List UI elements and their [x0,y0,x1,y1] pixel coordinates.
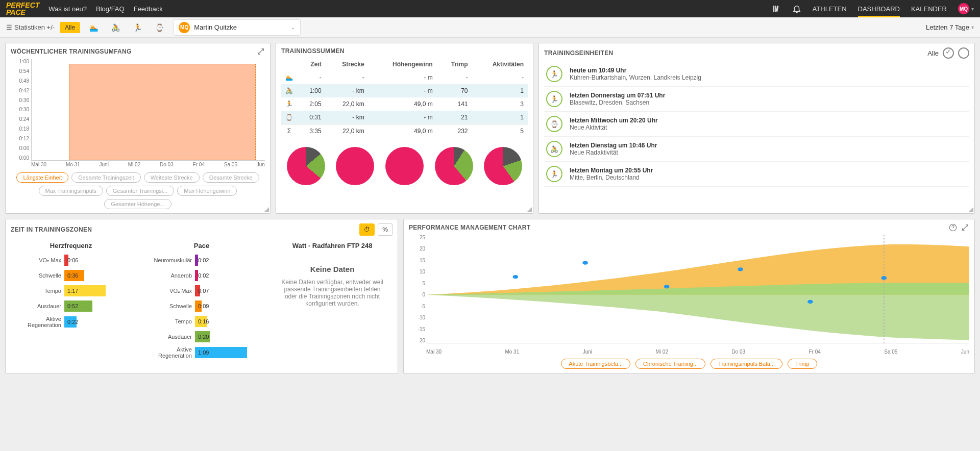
nav-athletes[interactable]: ATHLETEN [813,5,847,13]
stats-toggle[interactable]: ☰ Statistiken +/- [6,23,55,31]
bell-icon[interactable] [792,4,801,13]
weekly-chart-area[interactable] [31,59,265,161]
cell: - [472,71,528,84]
logo-bottom: PACE [6,9,39,16]
cell: 70 [437,84,472,97]
units-filter-open[interactable] [958,47,969,59]
zones-btn-time[interactable]: ⏱ [359,223,375,236]
table-row[interactable]: Σ3:3522,0 km49,0 m2325 [281,124,528,138]
zones-card: ZEIT IN TRAININGSZONEN ⏱ % Herzfrequenz … [5,219,398,373]
resize-handle[interactable] [527,207,532,212]
metric-pill[interactable]: Gesamte Strecke [203,172,259,183]
zone-bar: 0:07 [195,285,200,296]
unit-title: letzten Donnerstag um 07:51 Uhr [570,92,665,99]
ytick: 0:24 [11,116,29,122]
unit-sub: Mitte, Berlin, Deutschland [570,174,653,181]
bike-icon[interactable]: 🚴 [107,21,124,34]
ytick: 0:48 [11,78,29,84]
other-icon[interactable]: ⌚ [151,21,168,34]
cell: 0:31 [297,111,326,124]
unit-title: letzten Dienstag um 10:46 Uhr [570,142,657,149]
training-sums-card: TRAININGSSUMMEN ZeitStreckeHöhengewinnTr… [276,43,533,214]
trimp-point [807,300,813,304]
zones-watt-nodata: Keine Daten Keine Daten verfügbar, entwe… [272,255,393,317]
sums-title: TRAININGSSUMMEN [281,47,528,55]
chevron-down-icon: ⌄ [291,24,295,30]
resize-handle[interactable] [264,207,269,212]
zone-bar: 1:17 [64,285,106,296]
run-icon[interactable]: 🏃 [129,21,146,34]
unit-item[interactable]: 🏃heute um 10:49 UhrKühren-Burkartshain, … [544,62,969,87]
filter-all[interactable]: Alle [60,22,80,33]
row-icon: 🏃 [281,97,297,111]
metric-pill[interactable]: Max Höhengewinn [177,186,237,196]
row-icon: 🚴 [281,84,297,97]
sums-table: ZeitStreckeHöhengewinnTrimpAktivitäten🏊-… [281,58,528,138]
pmc-pill[interactable]: Akute Trainingsbela... [561,359,630,369]
unit-item[interactable]: ⌚letzten Mittwoch um 20:20 UhrNeue Aktiv… [544,112,969,137]
trimp-point [738,267,743,271]
ytick: -15 [409,327,425,332]
training-units-card: TRAININGSEINHEITEN Alle 🏃heute um 10:49 … [538,43,975,214]
zones-hr-title: Herzfrequenz [11,242,131,249]
zone-bar: 0:36 [64,270,84,281]
table-row[interactable]: 🏃2:0522,0 km49,0 m1413 [281,97,528,111]
unit-item[interactable]: 🏃letzten Montag um 20:55 UhrMitte, Berli… [544,162,969,187]
zone-row: Ausdauer0:52 [11,300,131,312]
trimp-point [664,285,670,288]
help-icon[interactable] [949,223,957,232]
ytick: 0:30 [11,107,29,112]
cell: 2:05 [297,97,326,111]
zone-label: Aktive Regeneration [11,316,64,328]
table-row[interactable]: ⌚0:31- km- m211 [281,111,528,124]
pie-strecke [336,147,374,185]
pmc-pill[interactable]: Chronische Training... [635,359,705,369]
metric-pill[interactable]: Gesamter Höhenge... [104,199,171,209]
metric-pill[interactable]: Längste Einheit [16,172,68,183]
user-menu[interactable]: MQ ▾ [958,3,974,14]
zone-bar: 0:09 [195,300,202,312]
units-filter-done[interactable] [943,47,954,59]
metric-pill[interactable]: Max Trainingsimpuls [39,186,103,196]
nav-blog[interactable]: Blog/FAQ [96,5,125,13]
nav-dashboard[interactable]: DASHBOARD [858,5,900,17]
pmc-pill[interactable]: Trimp [788,359,817,369]
nav-whats-new[interactable]: Was ist neu? [48,5,87,13]
logo[interactable]: PERFECT PACE [6,2,39,16]
pmc-card: PERFORMANCE MANAGEMENT CHART 2520151050-… [403,219,975,373]
date-range-select[interactable]: Letzten 7 Tage ▾ [926,23,974,31]
units-title: TRAININGSEINHEITEN [544,49,613,57]
metric-pill[interactable]: Gesamte Trainingszeit [71,172,140,183]
nav-feedback[interactable]: Feedback [134,5,163,13]
ytick: 20 [409,246,425,252]
cell: 1:00 [297,84,326,97]
metric-pill[interactable]: Gesamter Trainingsi... [106,186,175,196]
nav-calendar[interactable]: KALENDER [911,5,947,13]
pmc-chart-area[interactable] [426,235,969,343]
athlete-select[interactable]: MQ Martin Quitzke ⌄ [173,19,301,36]
unit-title: heute um 10:49 Uhr [570,67,701,74]
metric-pill[interactable]: Weiteste Strecke [144,172,200,183]
ytick: 10 [409,269,425,274]
trimp-point [582,261,588,264]
zone-row: Tempo1:17 [11,285,131,296]
swim-icon[interactable]: 🏊 [85,21,102,34]
unit-item[interactable]: 🏃letzten Donnerstag um 07:51 UhrBlasewit… [544,87,969,112]
pmc-pill[interactable]: Trainingsimpuls Bala... [710,359,782,369]
zone-bar: 0:22 [64,316,77,328]
expand-icon[interactable] [257,47,265,56]
zone-bar: 0:02 [195,270,198,281]
table-row[interactable]: 🚴1:00- km- m701 [281,84,528,97]
pie-aktiv [484,147,522,185]
unit-sub: Blasewitz, Dresden, Sachsen [570,99,665,106]
cell: 1 [472,111,528,124]
table-row[interactable]: 🏊--- m-- [281,71,528,84]
expand-icon[interactable] [961,223,969,232]
pmc-title: PERFORMANCE MANAGEMENT CHART [409,224,530,231]
units-filter-all[interactable]: Alle [927,49,939,57]
resize-handle[interactable] [968,207,973,212]
library-icon[interactable] [772,4,781,13]
unit-item[interactable]: 🚴letzten Dienstag um 10:46 UhrNeue Radak… [544,137,969,162]
zone-row: Aktive Regeneration1:09 [141,346,262,359]
zones-btn-pct[interactable]: % [378,223,393,236]
